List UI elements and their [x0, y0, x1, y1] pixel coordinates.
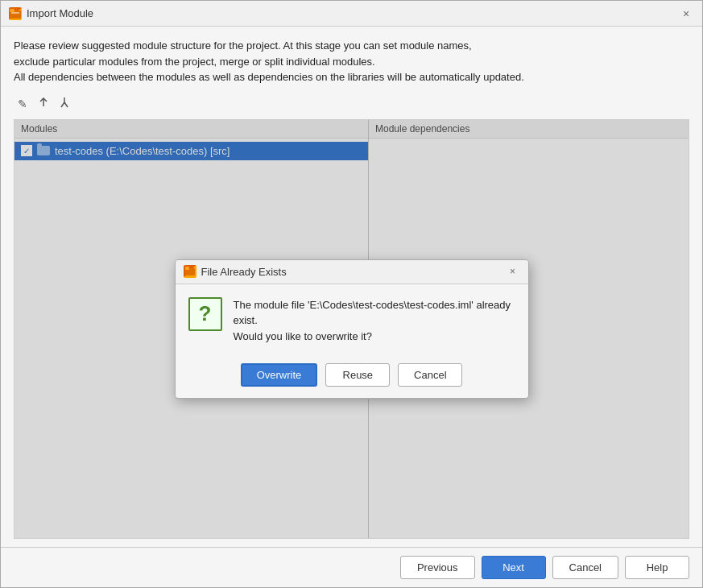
title-bar: Import Module × [1, 1, 702, 27]
dialog-title: File Already Exists [201, 266, 287, 278]
description-line3: All dependencies between the modules as … [14, 69, 689, 85]
next-button[interactable]: Next [482, 556, 546, 579]
app-icon [9, 7, 22, 20]
cancel-button[interactable]: Cancel [552, 556, 618, 579]
dialog-message-line2: Would you like to overwrite it? [234, 329, 515, 345]
toolbar: ✎ [14, 95, 689, 113]
dialog-body: ? The module file 'E:\Codes\test-codes\t… [176, 284, 528, 358]
dialog-message: The module file 'E:\Codes\test-codes\tes… [234, 297, 515, 345]
content-area: Please review suggested module structure… [1, 27, 702, 547]
description-text: Please review suggested module structure… [14, 38, 689, 85]
window-title: Import Module [27, 7, 93, 19]
dialog-footer: Overwrite Reuse Cancel [176, 357, 528, 398]
svg-rect-1 [10, 9, 14, 12]
title-bar-left: Import Module [9, 7, 93, 20]
previous-button[interactable]: Previous [400, 556, 475, 579]
move-up-button[interactable] [35, 95, 52, 113]
dialog-title-bar: File Already Exists × [176, 260, 528, 284]
main-window: Import Module × Please review suggested … [0, 0, 703, 588]
svg-line-5 [61, 102, 64, 107]
edit-icon: ✎ [18, 97, 27, 110]
window-close-button[interactable]: × [678, 6, 694, 22]
file-exists-dialog: File Already Exists × ? The module file … [175, 259, 529, 400]
dialog-close-button[interactable]: × [506, 264, 520, 279]
dialog-cancel-button[interactable]: Cancel [398, 363, 462, 387]
dialog-message-line1: The module file 'E:\Codes\test-codes\tes… [234, 297, 515, 329]
split-button[interactable] [56, 95, 73, 113]
dialog-overlay: File Already Exists × ? The module file … [14, 120, 689, 539]
dialog-title-left: File Already Exists [184, 265, 287, 278]
question-icon: ? [188, 297, 222, 331]
svg-rect-2 [11, 12, 19, 14]
bottom-bar: Previous Next Cancel Help [1, 547, 702, 587]
svg-rect-8 [185, 267, 189, 270]
edit-button[interactable]: ✎ [14, 95, 31, 113]
overwrite-button[interactable]: Overwrite [241, 363, 318, 387]
description-line1: Please review suggested module structure… [14, 38, 689, 54]
help-button[interactable]: Help [625, 556, 689, 579]
reuse-button[interactable]: Reuse [325, 363, 390, 387]
panels-container: Modules ✓ test-codes (E:\Codes\test-code… [14, 119, 689, 540]
svg-line-6 [64, 102, 68, 107]
split-icon [59, 97, 70, 110]
move-up-icon [38, 97, 49, 110]
description-line2: exclude particular modules from the proj… [14, 54, 689, 70]
dialog-app-icon [184, 265, 196, 278]
